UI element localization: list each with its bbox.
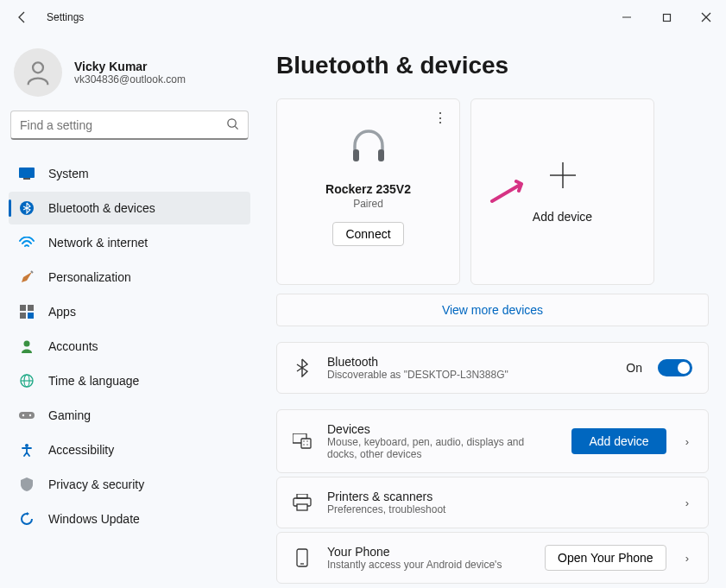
sidebar-item-apps[interactable]: Apps bbox=[9, 295, 250, 328]
svg-rect-23 bbox=[378, 149, 384, 161]
main-content: Bluetooth & devices ⋮ Rockerz 235V2 Pair… bbox=[259, 35, 726, 588]
svg-rect-1 bbox=[663, 14, 670, 21]
sidebar-item-system[interactable]: System bbox=[9, 157, 250, 190]
device-name: Rockerz 235V2 bbox=[325, 182, 411, 196]
devices-row[interactable]: Devices Mouse, keyboard, pen, audio, dis… bbox=[276, 409, 709, 473]
system-icon bbox=[19, 166, 35, 181]
svg-rect-13 bbox=[28, 313, 34, 319]
svg-point-31 bbox=[306, 444, 307, 445]
phone-title: Your Phone bbox=[327, 545, 529, 559]
devices-title: Devices bbox=[327, 422, 556, 436]
sidebar-item-gaming[interactable]: Gaming bbox=[9, 399, 250, 432]
printer-icon bbox=[293, 493, 312, 512]
minimize-button[interactable] bbox=[607, 0, 647, 35]
svg-point-20 bbox=[29, 414, 31, 416]
add-device-card[interactable]: Add device bbox=[470, 98, 654, 285]
svg-rect-18 bbox=[19, 412, 35, 419]
sidebar-item-network[interactable]: Network & internet bbox=[9, 226, 250, 259]
chevron-right-icon: › bbox=[682, 435, 692, 448]
back-button[interactable] bbox=[16, 10, 29, 24]
sidebar-item-label: Accessibility bbox=[48, 443, 114, 457]
svg-point-19 bbox=[22, 414, 24, 416]
bluetooth-subtitle: Discoverable as "DESKTOP-L3N388G" bbox=[327, 369, 610, 381]
bluetooth-icon bbox=[19, 200, 35, 216]
device-status: Paired bbox=[353, 198, 383, 210]
svg-point-4 bbox=[33, 62, 43, 73]
annotation-arrow-icon bbox=[490, 179, 530, 205]
svg-rect-8 bbox=[23, 178, 30, 180]
sidebar-item-label: Time & language bbox=[48, 374, 139, 388]
printers-title: Printers & scanners bbox=[327, 490, 666, 503]
sidebar-item-accessibility[interactable]: Accessibility bbox=[9, 433, 250, 466]
svg-rect-22 bbox=[353, 149, 359, 161]
svg-rect-27 bbox=[301, 439, 311, 448]
svg-rect-11 bbox=[28, 305, 34, 311]
plus-icon bbox=[547, 160, 578, 198]
view-more-devices-button[interactable]: View more devices bbox=[276, 294, 709, 326]
search-input[interactable] bbox=[20, 118, 226, 132]
svg-point-5 bbox=[228, 118, 236, 126]
sidebar-item-label: Bluetooth & devices bbox=[48, 201, 155, 215]
connect-button[interactable]: Connect bbox=[332, 222, 403, 246]
accessibility-icon bbox=[19, 442, 35, 458]
sidebar-item-personalization[interactable]: Personalization bbox=[9, 261, 250, 294]
sidebar-item-windows-update[interactable]: Windows Update bbox=[9, 503, 250, 535]
apps-icon bbox=[19, 304, 35, 319]
chevron-right-icon: › bbox=[682, 552, 692, 565]
maximize-button[interactable] bbox=[647, 0, 686, 35]
nav: System Bluetooth & devices Network & int… bbox=[9, 157, 250, 535]
svg-rect-7 bbox=[19, 168, 35, 178]
printers-row[interactable]: Printers & scanners Preferences, trouble… bbox=[276, 477, 709, 528]
svg-point-28 bbox=[303, 440, 304, 441]
sidebar-item-label: Apps bbox=[48, 305, 76, 319]
svg-point-29 bbox=[306, 440, 307, 441]
chevron-right-icon: › bbox=[682, 496, 692, 509]
globe-icon bbox=[19, 373, 35, 389]
your-phone-row[interactable]: Your Phone Instantly access your Android… bbox=[276, 532, 709, 584]
bluetooth-icon bbox=[293, 358, 312, 377]
sidebar-item-privacy[interactable]: Privacy & security bbox=[9, 468, 250, 501]
sidebar-item-label: Network & internet bbox=[48, 236, 148, 250]
printers-subtitle: Preferences, troubleshoot bbox=[327, 503, 666, 515]
svg-rect-32 bbox=[297, 494, 307, 498]
devices-subtitle: Mouse, keyboard, pen, audio, displays an… bbox=[327, 436, 556, 460]
add-device-button[interactable]: Add device bbox=[571, 428, 666, 454]
sidebar-item-label: Gaming bbox=[48, 408, 91, 422]
add-device-label: Add device bbox=[533, 210, 592, 224]
svg-rect-34 bbox=[297, 504, 307, 510]
bluetooth-toggle[interactable] bbox=[658, 359, 692, 376]
sidebar: Vicky Kumar vk304836@outlook.com System … bbox=[0, 35, 259, 588]
paint-icon bbox=[19, 269, 35, 285]
bluetooth-state-label: On bbox=[626, 361, 642, 375]
sidebar-item-label: Privacy & security bbox=[48, 477, 144, 491]
sidebar-item-accounts[interactable]: Accounts bbox=[9, 330, 250, 363]
bluetooth-toggle-row: Bluetooth Discoverable as "DESKTOP-L3N38… bbox=[276, 342, 709, 394]
open-your-phone-button[interactable]: Open Your Phone bbox=[545, 545, 666, 571]
device-menu-button[interactable]: ⋮ bbox=[433, 110, 447, 126]
page-title: Bluetooth & devices bbox=[276, 52, 709, 79]
search-box[interactable] bbox=[10, 111, 249, 140]
user-block[interactable]: Vicky Kumar vk304836@outlook.com bbox=[9, 43, 250, 111]
svg-line-6 bbox=[235, 126, 237, 129]
devices-icon bbox=[293, 432, 312, 451]
user-email: vk304836@outlook.com bbox=[74, 73, 186, 85]
svg-rect-12 bbox=[20, 313, 26, 319]
svg-point-14 bbox=[24, 341, 30, 347]
titlebar: Settings bbox=[0, 0, 726, 35]
headphones-icon bbox=[348, 125, 389, 167]
account-icon bbox=[19, 338, 35, 354]
sidebar-item-bluetooth-devices[interactable]: Bluetooth & devices bbox=[9, 192, 250, 224]
sidebar-item-label: Windows Update bbox=[48, 512, 140, 526]
user-name: Vicky Kumar bbox=[74, 60, 186, 73]
update-icon bbox=[19, 511, 35, 527]
phone-subtitle: Instantly access your Android device's bbox=[327, 559, 529, 571]
avatar bbox=[14, 48, 62, 97]
sidebar-item-time-language[interactable]: Time & language bbox=[9, 364, 250, 397]
paired-device-card: ⋮ Rockerz 235V2 Paired Connect bbox=[276, 98, 460, 285]
close-button[interactable] bbox=[686, 0, 726, 35]
phone-icon bbox=[293, 548, 312, 567]
gaming-icon bbox=[19, 408, 35, 423]
sidebar-item-label: Accounts bbox=[48, 339, 98, 353]
bluetooth-title: Bluetooth bbox=[327, 355, 610, 369]
svg-point-21 bbox=[25, 444, 28, 447]
